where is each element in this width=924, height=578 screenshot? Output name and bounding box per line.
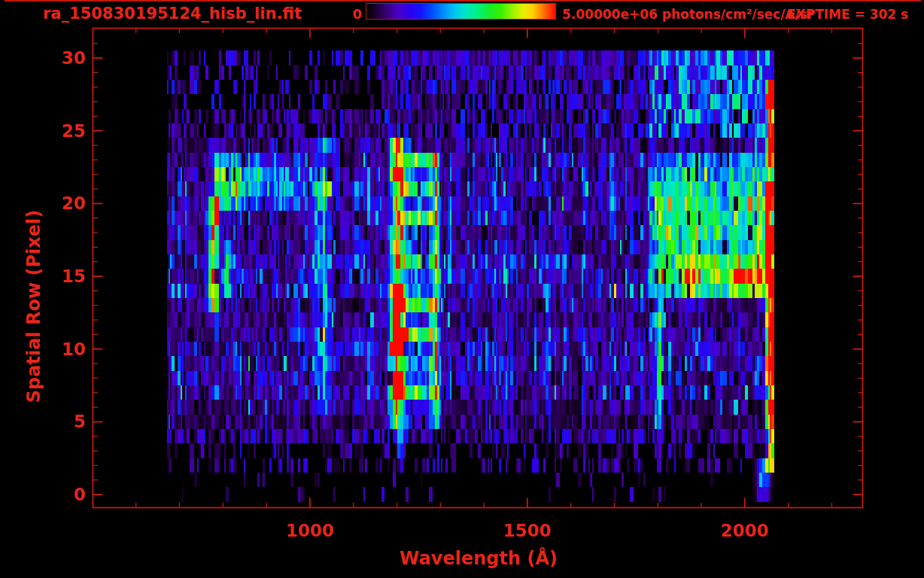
x-tick-label: 2000 [711,521,779,540]
y-tick-label: 0 [39,485,86,504]
colorbar-max-label: 5.00000e+06 photons/cm²/sec/A/sr [562,7,813,22]
y-tick-label: 5 [39,412,86,431]
exptime-label: EXPTIME = 302 s [787,7,908,22]
window-top-border [5,0,921,2]
y-tick-label: 25 [39,121,86,141]
y-tick-label: 15 [39,266,86,286]
colorbar-gradient [366,3,556,20]
y-axis-title: Spatial Row (Pixel) [23,210,44,403]
x-axis-title: Wavelength (Å) [400,548,558,569]
colorbar-min-label: 0 [338,6,362,22]
plot-title: ra_150830195124_hisb_lin.fit [43,5,302,23]
y-tick-label: 20 [39,193,86,213]
spectrum-heatmap [93,29,862,507]
y-tick-label: 30 [39,48,86,68]
x-tick-label: 1000 [276,521,344,540]
y-tick-label: 10 [39,339,86,359]
x-tick-label: 1500 [494,521,561,540]
plot-window: ra_150830195124_hisb_lin.fit 0 5.00000e+… [0,0,924,578]
